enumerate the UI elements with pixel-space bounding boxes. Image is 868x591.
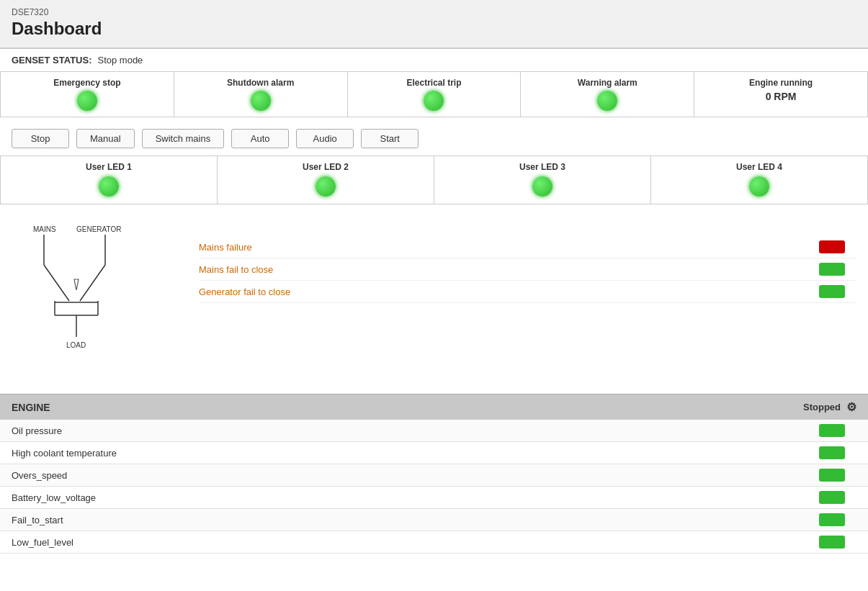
audio-button[interactable]: Audio xyxy=(296,129,354,148)
genset-status-label: GENSET STATUS: xyxy=(12,55,91,66)
gen-fail-close-label: Generator fail to close xyxy=(199,287,819,297)
user-led-2-cell: User LED 2 xyxy=(218,156,434,204)
fail-to-start-row: Fail_to_start xyxy=(0,509,868,531)
emergency-stop-label: Emergency stop xyxy=(53,78,120,88)
status-shutdown-alarm: Shutdown alarm xyxy=(174,72,348,117)
svg-marker-4 xyxy=(74,279,79,290)
warning-alarm-led xyxy=(597,91,617,111)
battery-low-voltage-label: Battery_low_voltage xyxy=(12,492,819,503)
ats-diagram: MAINS GENERATOR LOAD xyxy=(12,222,170,382)
mains-status-list: Mains failure Mains fail to close Genera… xyxy=(199,222,856,303)
start-button[interactable]: Start xyxy=(361,129,419,148)
user-led-3-indicator xyxy=(532,176,552,197)
battery-low-voltage-indicator xyxy=(819,491,845,504)
genset-status-bar: GENSET STATUS: Stop mode xyxy=(0,49,868,71)
control-buttons: Stop Manual Switch mains Auto Audio Star… xyxy=(0,123,868,155)
stop-button[interactable]: Stop xyxy=(12,129,69,148)
electrical-trip-led xyxy=(424,91,444,111)
engine-settings-icon[interactable]: ⚙ xyxy=(846,400,856,414)
status-emergency-stop: Emergency stop xyxy=(1,72,174,117)
user-led-1-cell: User LED 1 xyxy=(1,156,218,204)
oil-pressure-label: Oil pressure xyxy=(12,425,819,436)
user-led-2-indicator xyxy=(316,176,336,197)
mains-fail-close-row: Mains fail to close xyxy=(199,258,856,281)
engine-section: ENGINE Stopped ⚙ Oil pressure High coola… xyxy=(0,394,868,554)
overs-speed-label: Overs_speed xyxy=(12,470,819,481)
gen-fail-close-indicator xyxy=(819,285,845,298)
mains-failure-row: Mains failure xyxy=(199,236,856,258)
low-fuel-level-indicator xyxy=(819,536,845,549)
device-model: DSE7320 xyxy=(12,7,856,17)
high-coolant-temp-row: High coolant temperature xyxy=(0,442,868,464)
user-led-4-cell: User LED 4 xyxy=(651,156,868,204)
low-fuel-level-row: Low_fuel_level xyxy=(0,531,868,554)
user-led-3-cell: User LED 3 xyxy=(434,156,651,204)
page-title: Dashboard xyxy=(12,19,856,39)
fail-to-start-indicator xyxy=(819,513,845,526)
overs-speed-indicator xyxy=(819,469,845,482)
engine-status-area: Stopped ⚙ xyxy=(803,400,856,414)
emergency-stop-led xyxy=(77,91,97,111)
battery-low-voltage-row: Battery_low_voltage xyxy=(0,487,868,509)
low-fuel-level-label: Low_fuel_level xyxy=(12,537,819,548)
user-leds-grid: User LED 1 User LED 2 User LED 3 User LE… xyxy=(0,155,868,204)
status-electrical-trip: Electrical trip xyxy=(348,72,522,117)
mains-failure-label: Mains failure xyxy=(199,242,819,253)
user-led-1-label: User LED 1 xyxy=(86,162,132,172)
genset-status-value: Stop mode xyxy=(97,55,143,66)
oil-pressure-indicator xyxy=(819,424,845,437)
fail-to-start-label: Fail_to_start xyxy=(12,515,819,525)
status-warning-alarm: Warning alarm xyxy=(521,72,694,117)
user-led-1-indicator xyxy=(99,176,119,197)
user-led-4-indicator xyxy=(749,176,769,197)
shutdown-alarm-led xyxy=(251,91,271,111)
high-coolant-temp-label: High coolant temperature xyxy=(12,448,819,459)
overs-speed-row: Overs_speed xyxy=(0,464,868,487)
load-label: LOAD xyxy=(66,341,86,349)
auto-button[interactable]: Auto xyxy=(231,129,289,148)
user-led-2-label: User LED 2 xyxy=(303,162,349,172)
engine-title: ENGINE xyxy=(12,402,50,413)
gen-fail-close-row: Generator fail to close xyxy=(199,281,856,303)
mains-failure-indicator xyxy=(819,240,845,253)
status-engine-running: Engine running 0 RPM xyxy=(694,72,868,117)
status-indicators-grid: Emergency stop Shutdown alarm Electrical… xyxy=(0,71,868,117)
electrical-trip-label: Electrical trip xyxy=(406,78,461,88)
warning-alarm-label: Warning alarm xyxy=(578,78,637,88)
engine-header: ENGINE Stopped ⚙ xyxy=(0,394,868,420)
user-led-4-label: User LED 4 xyxy=(736,162,782,172)
generator-label: GENERATOR xyxy=(76,225,121,233)
svg-line-2 xyxy=(44,265,69,301)
mains-fail-close-label: Mains fail to close xyxy=(199,264,819,275)
mains-fail-close-indicator xyxy=(819,263,845,276)
svg-line-3 xyxy=(80,265,105,301)
engine-running-label: Engine running xyxy=(749,78,813,88)
switch-mains-button[interactable]: Switch mains xyxy=(142,129,225,148)
user-led-3-label: User LED 3 xyxy=(519,162,565,172)
engine-rpm-value: 0 RPM xyxy=(766,91,797,102)
shutdown-alarm-label: Shutdown alarm xyxy=(227,78,294,88)
header: DSE7320 Dashboard xyxy=(0,0,868,49)
oil-pressure-row: Oil pressure xyxy=(0,420,868,442)
manual-button[interactable]: Manual xyxy=(76,129,135,148)
engine-stopped-label: Stopped xyxy=(803,402,841,412)
high-coolant-temp-indicator xyxy=(819,446,845,459)
mains-label: MAINS xyxy=(33,225,56,233)
diagram-area: MAINS GENERATOR LOAD xyxy=(0,216,868,394)
